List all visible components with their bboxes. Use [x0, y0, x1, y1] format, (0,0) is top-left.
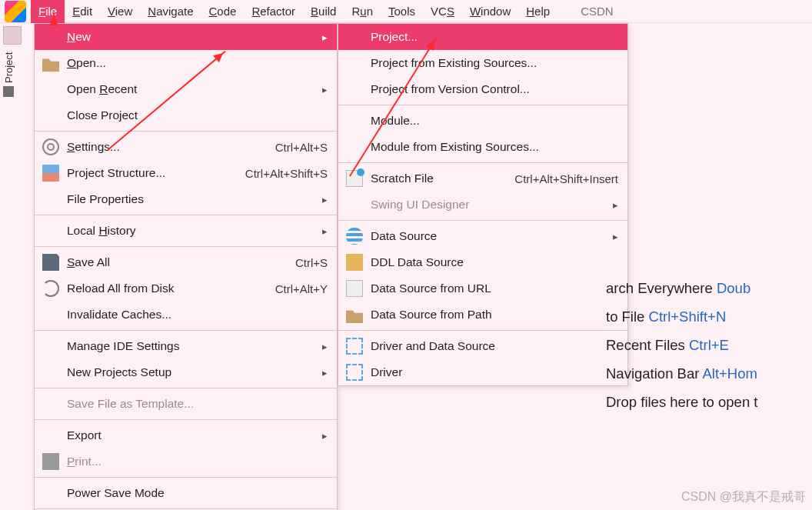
new-menu-item-swing-ui-designer: Swing UI Designer▸: [338, 192, 627, 218]
hint-search-everywhere: arch Everywhere Doub: [606, 274, 812, 302]
file-menu-item-power-save-mode[interactable]: Power Save Mode: [35, 480, 337, 506]
tool-window-button[interactable]: [3, 26, 22, 45]
blank-icon: [42, 306, 59, 323]
file-menu-item-save-all[interactable]: Save AllCtrl+S: [35, 249, 337, 275]
menubar: File Edit View Navigate Code Refactor Bu…: [0, 0, 812, 23]
file-menu-item-new-projects-setup[interactable]: New Projects Setup▸: [35, 359, 337, 385]
new-menu-item-data-source[interactable]: Data Source▸: [338, 223, 627, 249]
shortcut: Ctrl+S: [295, 256, 328, 269]
new-menu-item-ddl-data-source[interactable]: DDL Data Source: [338, 249, 627, 275]
file-menu-item-invalidate-caches[interactable]: Invalidate Caches...: [35, 302, 337, 328]
new-menu-item-module[interactable]: Module...: [338, 108, 627, 134]
file-menu-item-manage-ide-settings[interactable]: Manage IDE Settings▸: [35, 333, 337, 359]
folder-icon: [346, 306, 363, 323]
blank-icon: [42, 427, 59, 444]
chevron-right-icon: ▸: [322, 430, 328, 442]
new-menu-item-driver-and-data-source[interactable]: Driver and Data Source: [338, 333, 627, 359]
menu-item-label: Open...: [67, 56, 106, 70]
chevron-right-icon: ▸: [322, 367, 328, 378]
menu-vcs[interactable]: VCS: [423, 0, 462, 23]
blank-icon: [42, 28, 59, 45]
separator: [35, 246, 337, 247]
file-menu: New▸Open...Open Recent▸Close ProjectSett…: [34, 23, 338, 510]
menu-navigate[interactable]: Navigate: [140, 0, 201, 23]
new-menu-item-driver[interactable]: Driver: [338, 359, 627, 385]
separator: [338, 220, 627, 221]
menu-item-label: Project...: [371, 30, 418, 44]
menu-item-label: Swing UI Designer: [371, 198, 469, 212]
menu-window[interactable]: Window: [462, 0, 518, 23]
chevron-right-icon: ▸: [613, 199, 618, 211]
chevron-right-icon: ▸: [322, 84, 328, 95]
blank-icon: [346, 55, 363, 72]
scratch-icon: [346, 170, 363, 187]
file-menu-item-close-project[interactable]: Close Project: [35, 102, 337, 128]
menu-run[interactable]: Run: [344, 0, 381, 23]
file-menu-item-reload-all-from-disk[interactable]: Reload All from DiskCtrl+Alt+Y: [35, 275, 337, 302]
new-menu-item-module-from-existing-sources[interactable]: Module from Existing Sources...: [338, 134, 627, 160]
menu-item-label: Manage IDE Settings: [67, 339, 179, 353]
file-menu-item-settings[interactable]: Settings...Ctrl+Alt+S: [35, 134, 337, 160]
file-menu-item-export[interactable]: Export▸: [35, 422, 337, 448]
menu-build[interactable]: Build: [303, 0, 344, 23]
menu-item-label: Power Save Mode: [67, 486, 165, 500]
separator: [35, 508, 337, 509]
menu-item-label: Data Source: [371, 229, 437, 243]
hint-drop-files: Drop files here to open t: [606, 388, 812, 416]
hint-recent-files: Recent Files Ctrl+E: [606, 331, 812, 359]
new-menu-item-project-from-version-control[interactable]: Project from Version Control...: [338, 76, 627, 102]
save-icon: [42, 254, 59, 271]
ddl-icon: [346, 254, 363, 271]
folder-icon: [42, 55, 59, 72]
blank-icon: [42, 338, 59, 355]
menu-help[interactable]: Help: [518, 0, 557, 23]
file-menu-item-local-history[interactable]: Local History▸: [35, 218, 337, 244]
new-menu-item-data-source-from-path[interactable]: Data Source from Path: [338, 302, 627, 328]
separator: [35, 215, 337, 215]
struct-icon: [42, 165, 59, 182]
file-menu-item-open[interactable]: Open...: [35, 50, 337, 76]
file-menu-item-project-structure[interactable]: Project Structure...Ctrl+Alt+Shift+S: [35, 160, 337, 186]
blank-icon: [42, 191, 59, 208]
welcome-hints: arch Everywhere Doub to File Ctrl+Shift+…: [606, 274, 812, 416]
menu-item-label: Module...: [371, 114, 420, 128]
menu-view[interactable]: View: [100, 0, 140, 23]
file-menu-item-open-recent[interactable]: Open Recent▸: [35, 76, 337, 102]
menu-file[interactable]: File: [31, 0, 65, 23]
blank-icon: [346, 138, 363, 155]
blank-icon: [42, 485, 59, 502]
new-menu-item-project[interactable]: Project...: [338, 24, 627, 50]
separator: [35, 388, 337, 388]
menu-tools[interactable]: Tools: [381, 0, 423, 23]
menu-item-label: Print...: [67, 455, 102, 468]
separator: [338, 162, 627, 163]
new-menu-item-scratch-file[interactable]: Scratch FileCtrl+Alt+Shift+Insert: [338, 165, 627, 192]
file-menu-item-print: Print...: [35, 448, 337, 475]
gear-icon: [42, 138, 59, 155]
menu-item-label: Driver and Data Source: [371, 339, 495, 353]
project-tool-tab[interactable]: Project: [3, 52, 15, 97]
separator: [338, 330, 627, 331]
separator: [35, 131, 337, 132]
file-menu-item-new[interactable]: New▸: [35, 24, 337, 50]
watermark: CSDN @我真不是戒哥: [681, 489, 806, 505]
blank-icon: [42, 395, 59, 412]
separator: [35, 419, 337, 420]
menu-item-label: New Projects Setup: [67, 365, 171, 379]
blank-icon: [42, 222, 59, 239]
file-menu-item-file-properties[interactable]: File Properties▸: [35, 186, 337, 212]
separator: [35, 477, 337, 478]
blank-icon: [42, 107, 59, 124]
menu-edit[interactable]: Edit: [65, 0, 100, 23]
hint-navigation-bar: Navigation Bar Alt+Hom: [606, 359, 812, 388]
separator: [338, 105, 627, 105]
menu-code[interactable]: Code: [201, 0, 245, 23]
new-menu-item-data-source-from-url[interactable]: Data Source from URL: [338, 275, 627, 302]
menu-refactor[interactable]: Refactor: [244, 0, 303, 23]
annotation-arrow: [53, 13, 55, 21]
blank-icon: [346, 81, 363, 98]
blank-icon: [42, 81, 59, 98]
menu-item-label: File Properties: [67, 192, 144, 206]
driver-icon: [346, 364, 363, 381]
new-menu-item-project-from-existing-sources[interactable]: Project from Existing Sources...: [338, 50, 627, 76]
